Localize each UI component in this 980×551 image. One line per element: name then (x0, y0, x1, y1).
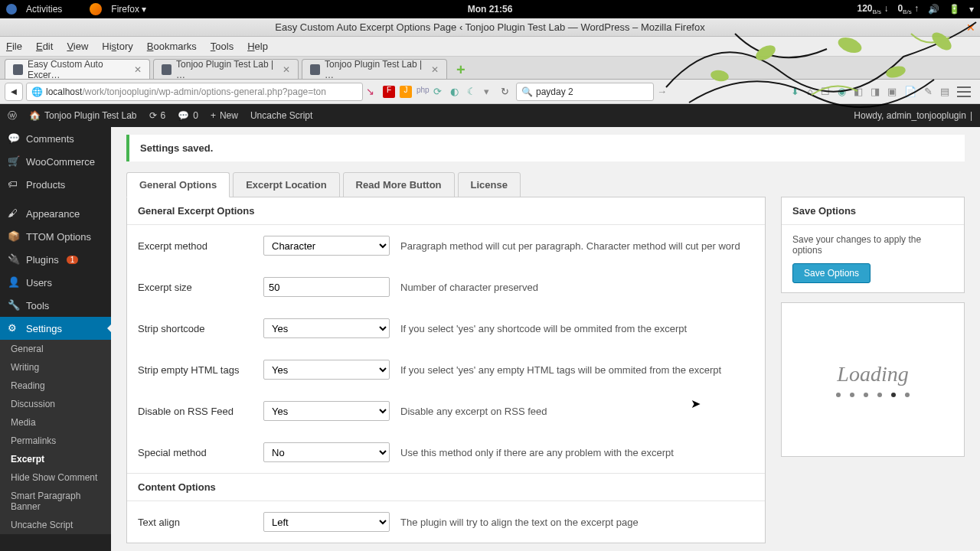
back-button[interactable]: ◄ (5, 83, 23, 101)
menu-view[interactable]: View (67, 41, 88, 52)
special-method-select[interactable]: No (263, 442, 390, 462)
brush-icon: 🖌 (8, 207, 20, 220)
menu-file[interactable]: File (6, 41, 22, 52)
toolbar-icon[interactable]: ◧ (854, 86, 863, 97)
dropdown-icon[interactable]: ▾ (484, 86, 496, 98)
wp-content-area: Settings saved. General Options Excerpt … (111, 127, 980, 551)
close-tab-icon[interactable]: ✕ (283, 64, 290, 75)
sub-media[interactable]: Media (0, 413, 111, 432)
addon-icon[interactable]: F (383, 86, 395, 98)
save-options-button[interactable]: Save Options (792, 263, 871, 283)
battery-icon[interactable]: 🔋 (949, 4, 960, 15)
updates-link[interactable]: ⟳ 6 (149, 110, 166, 121)
sidebar-item-users[interactable]: 👤Users (0, 271, 111, 294)
save-options-box: Save Options Save your changes to apply … (781, 197, 965, 293)
sub-excerpt[interactable]: Excerpt (0, 450, 111, 468)
volume-icon[interactable]: 🔊 (928, 4, 939, 15)
close-tab-icon[interactable]: ✕ (134, 64, 142, 75)
menu-history[interactable]: History (102, 41, 132, 52)
activities-button[interactable]: Activities (26, 4, 62, 15)
sub-general[interactable]: General (0, 340, 111, 358)
toolbar-icon[interactable]: 📄 (904, 86, 916, 97)
addon-icon[interactable]: J (400, 86, 412, 98)
new-link[interactable]: + New (211, 110, 238, 121)
row-excerpt-method: Excerpt method Character Paragraph metho… (127, 225, 765, 266)
firefox-icon (90, 3, 102, 15)
wrench-icon: 🔧 (8, 299, 20, 311)
sub-smart-paragraph[interactable]: Smart Paragraph Banner (0, 487, 111, 516)
sidebar-item-ttom[interactable]: 📦TTOM Options (0, 225, 111, 248)
menu-help[interactable]: Help (247, 41, 268, 52)
toolbar-icon[interactable]: ◨ (871, 86, 880, 97)
gear-icon: ⚙ (8, 322, 20, 334)
search-bar[interactable]: 🔍 payday 2 (516, 83, 654, 101)
sidebar-item-settings[interactable]: ⚙Settings (0, 317, 111, 340)
site-link[interactable]: 🏠 Tonjoo Plugin Test Lab (29, 110, 137, 121)
sidebar-item-comments[interactable]: 💬Comments (0, 127, 111, 150)
url-bar-addons: ↘ F J php ⟳ ◐ ☾ ▾ ↻ (366, 86, 513, 98)
browser-tab[interactable]: Easy Custom Auto Excer…✕ (5, 59, 150, 79)
section-content-options: Content Options (127, 473, 765, 501)
toolbar-icon[interactable]: ▣ (887, 86, 897, 97)
new-tab-button[interactable]: + (450, 61, 472, 79)
toolbar-icon[interactable]: ⬇ (791, 86, 799, 97)
browser-tab[interactable]: Tonjoo Plugin Test Lab | …✕ (302, 59, 447, 79)
window-close-icon[interactable]: ✕ (966, 21, 975, 34)
wp-favicon-icon (162, 64, 172, 75)
text-align-select[interactable]: Left (263, 512, 390, 532)
howdy-link[interactable]: Howdy, admin_tonjooplugin | (854, 110, 972, 121)
menu-bookmarks[interactable]: Bookmarks (147, 41, 197, 52)
toolbar-icon[interactable]: ⌂ (807, 86, 813, 97)
search-go-icon[interactable]: → (657, 86, 667, 97)
comments-link[interactable]: 💬 0 (178, 110, 198, 121)
row-special-method: Special method No Use this method only i… (127, 432, 765, 473)
sub-writing[interactable]: Writing (0, 358, 111, 377)
toolbar-icon[interactable]: ▤ (940, 86, 949, 97)
toolbar-icon[interactable]: ✎ (924, 86, 933, 97)
window-title: Easy Custom Auto Excerpt Options Page ‹ … (275, 21, 704, 33)
row-strip-empty-tags: Strip empty HTML tags Yes If you select … (127, 349, 765, 390)
excerpt-size-input[interactable] (263, 277, 390, 297)
sub-permalinks[interactable]: Permalinks (0, 432, 111, 450)
strip-shortcode-select[interactable]: Yes (263, 318, 390, 338)
sidebar-item-plugins[interactable]: 🔌Plugins1 (0, 248, 111, 271)
browser-tab[interactable]: Tonjoo Plugin Test Lab | …✕ (153, 59, 299, 79)
reload-icon[interactable]: ↻ (501, 86, 513, 98)
sidebar-item-tools[interactable]: 🔧Tools (0, 294, 111, 317)
firefox-menu[interactable]: Firefox ▾ (111, 4, 146, 15)
sidebar-item-appearance[interactable]: 🖌Appearance (0, 202, 111, 225)
menu-tools[interactable]: Tools (211, 41, 234, 52)
strip-empty-select[interactable]: Yes (263, 360, 390, 380)
tab-excerpt-location[interactable]: Excerpt Location (233, 172, 339, 197)
user-menu-icon[interactable]: ▾ (969, 4, 974, 15)
url-bar[interactable]: 🌐 localhost/work/tonjooplugin/wp-admin/o… (26, 83, 363, 101)
net-speed-up: 0B/s ↑ (897, 3, 919, 15)
tab-general-options[interactable]: General Options (126, 172, 230, 197)
wp-logo-icon[interactable]: ⓦ (8, 109, 17, 122)
row-excerpt-size: Excerpt size Number of character preserv… (127, 266, 765, 308)
toolbar-icon[interactable]: ◉ (838, 86, 846, 97)
close-tab-icon[interactable]: ✕ (431, 64, 439, 75)
toolbar-icon[interactable]: ☐ (821, 86, 830, 97)
addon-icon[interactable]: ◐ (450, 86, 462, 98)
user-icon: 👤 (8, 276, 20, 289)
addon-icon[interactable]: ↘ (366, 86, 378, 98)
addon-icon[interactable]: ⟳ (433, 86, 446, 98)
sub-uncache-script[interactable]: Uncache Script (0, 516, 111, 534)
uncache-link[interactable]: Uncache Script (250, 110, 312, 121)
settings-saved-notice: Settings saved. (126, 135, 965, 161)
tab-license[interactable]: License (458, 172, 521, 197)
sub-reading[interactable]: Reading (0, 377, 111, 395)
addon-icon[interactable]: php (416, 86, 429, 98)
sidebar-item-products[interactable]: 🏷Products (0, 173, 111, 196)
sub-discussion[interactable]: Discussion (0, 395, 111, 413)
sub-hide-show-comment[interactable]: Hide Show Comment (0, 468, 111, 487)
disable-rss-select[interactable]: Yes (263, 401, 390, 421)
menu-edit[interactable]: Edit (36, 41, 53, 52)
sidebar-item-woocommerce[interactable]: 🛒WooCommerce (0, 150, 111, 173)
wp-favicon-icon (310, 64, 320, 75)
hamburger-menu-icon[interactable] (957, 86, 971, 97)
excerpt-method-select[interactable]: Character (263, 236, 390, 256)
tab-read-more[interactable]: Read More Button (343, 172, 455, 197)
addon-icon[interactable]: ☾ (467, 86, 479, 98)
